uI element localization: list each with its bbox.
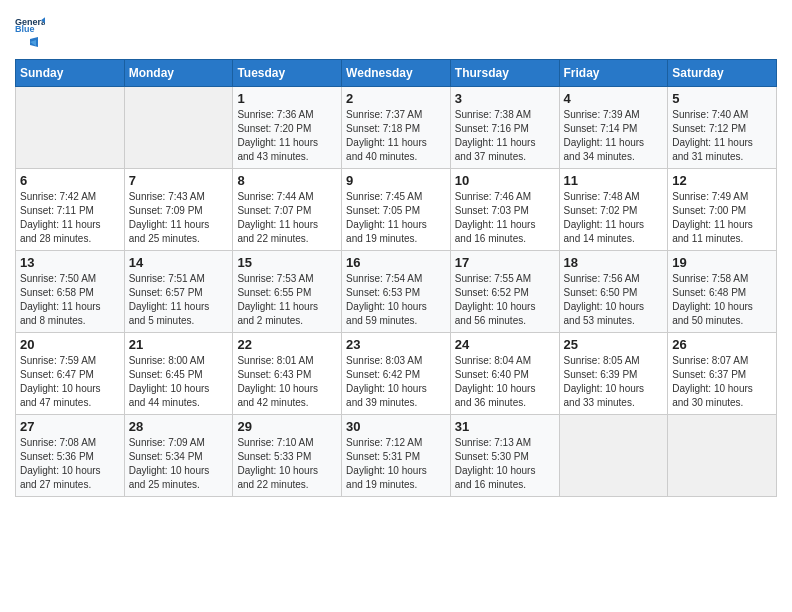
weekday-header-row: SundayMondayTuesdayWednesdayThursdayFrid… (16, 60, 777, 87)
day-number: 3 (455, 91, 555, 106)
day-number: 5 (672, 91, 772, 106)
day-info: Sunrise: 7:54 AM Sunset: 6:53 PM Dayligh… (346, 272, 446, 328)
day-info: Sunrise: 7:53 AM Sunset: 6:55 PM Dayligh… (237, 272, 337, 328)
day-number: 22 (237, 337, 337, 352)
calendar-cell: 12Sunrise: 7:49 AM Sunset: 7:00 PM Dayli… (668, 169, 777, 251)
day-info: Sunrise: 7:13 AM Sunset: 5:30 PM Dayligh… (455, 436, 555, 492)
day-number: 23 (346, 337, 446, 352)
calendar-cell: 31Sunrise: 7:13 AM Sunset: 5:30 PM Dayli… (450, 415, 559, 497)
calendar-cell: 23Sunrise: 8:03 AM Sunset: 6:42 PM Dayli… (342, 333, 451, 415)
calendar-cell: 11Sunrise: 7:48 AM Sunset: 7:02 PM Dayli… (559, 169, 668, 251)
day-number: 2 (346, 91, 446, 106)
day-number: 12 (672, 173, 772, 188)
calendar-cell: 1Sunrise: 7:36 AM Sunset: 7:20 PM Daylig… (233, 87, 342, 169)
calendar-cell: 28Sunrise: 7:09 AM Sunset: 5:34 PM Dayli… (124, 415, 233, 497)
calendar-cell: 20Sunrise: 7:59 AM Sunset: 6:47 PM Dayli… (16, 333, 125, 415)
day-number: 11 (564, 173, 664, 188)
day-info: Sunrise: 7:10 AM Sunset: 5:33 PM Dayligh… (237, 436, 337, 492)
weekday-header-saturday: Saturday (668, 60, 777, 87)
calendar-cell: 26Sunrise: 8:07 AM Sunset: 6:37 PM Dayli… (668, 333, 777, 415)
calendar-cell (124, 87, 233, 169)
page-header: General Blue (15, 15, 777, 49)
day-number: 7 (129, 173, 229, 188)
day-info: Sunrise: 7:56 AM Sunset: 6:50 PM Dayligh… (564, 272, 664, 328)
calendar-cell: 17Sunrise: 7:55 AM Sunset: 6:52 PM Dayli… (450, 251, 559, 333)
day-info: Sunrise: 8:01 AM Sunset: 6:43 PM Dayligh… (237, 354, 337, 410)
calendar-week-1: 1Sunrise: 7:36 AM Sunset: 7:20 PM Daylig… (16, 87, 777, 169)
calendar-cell: 27Sunrise: 7:08 AM Sunset: 5:36 PM Dayli… (16, 415, 125, 497)
day-number: 26 (672, 337, 772, 352)
day-info: Sunrise: 7:12 AM Sunset: 5:31 PM Dayligh… (346, 436, 446, 492)
svg-text:Blue: Blue (15, 24, 35, 34)
day-number: 29 (237, 419, 337, 434)
day-number: 13 (20, 255, 120, 270)
day-info: Sunrise: 7:46 AM Sunset: 7:03 PM Dayligh… (455, 190, 555, 246)
calendar-week-3: 13Sunrise: 7:50 AM Sunset: 6:58 PM Dayli… (16, 251, 777, 333)
calendar-cell: 29Sunrise: 7:10 AM Sunset: 5:33 PM Dayli… (233, 415, 342, 497)
day-number: 16 (346, 255, 446, 270)
calendar-cell: 22Sunrise: 8:01 AM Sunset: 6:43 PM Dayli… (233, 333, 342, 415)
weekday-header-sunday: Sunday (16, 60, 125, 87)
day-number: 9 (346, 173, 446, 188)
day-info: Sunrise: 7:36 AM Sunset: 7:20 PM Dayligh… (237, 108, 337, 164)
day-info: Sunrise: 7:55 AM Sunset: 6:52 PM Dayligh… (455, 272, 555, 328)
day-info: Sunrise: 7:59 AM Sunset: 6:47 PM Dayligh… (20, 354, 120, 410)
day-info: Sunrise: 7:49 AM Sunset: 7:00 PM Dayligh… (672, 190, 772, 246)
day-number: 14 (129, 255, 229, 270)
calendar-cell: 8Sunrise: 7:44 AM Sunset: 7:07 PM Daylig… (233, 169, 342, 251)
day-number: 28 (129, 419, 229, 434)
day-info: Sunrise: 8:04 AM Sunset: 6:40 PM Dayligh… (455, 354, 555, 410)
day-number: 10 (455, 173, 555, 188)
calendar-cell: 21Sunrise: 8:00 AM Sunset: 6:45 PM Dayli… (124, 333, 233, 415)
calendar-cell: 13Sunrise: 7:50 AM Sunset: 6:58 PM Dayli… (16, 251, 125, 333)
day-number: 31 (455, 419, 555, 434)
calendar-cell: 14Sunrise: 7:51 AM Sunset: 6:57 PM Dayli… (124, 251, 233, 333)
logo-bird-icon (16, 37, 38, 53)
calendar-week-5: 27Sunrise: 7:08 AM Sunset: 5:36 PM Dayli… (16, 415, 777, 497)
day-info: Sunrise: 7:58 AM Sunset: 6:48 PM Dayligh… (672, 272, 772, 328)
day-number: 20 (20, 337, 120, 352)
calendar-cell: 3Sunrise: 7:38 AM Sunset: 7:16 PM Daylig… (450, 87, 559, 169)
day-info: Sunrise: 7:42 AM Sunset: 7:11 PM Dayligh… (20, 190, 120, 246)
day-info: Sunrise: 8:07 AM Sunset: 6:37 PM Dayligh… (672, 354, 772, 410)
calendar-cell: 18Sunrise: 7:56 AM Sunset: 6:50 PM Dayli… (559, 251, 668, 333)
calendar-cell: 15Sunrise: 7:53 AM Sunset: 6:55 PM Dayli… (233, 251, 342, 333)
weekday-header-tuesday: Tuesday (233, 60, 342, 87)
calendar-cell (16, 87, 125, 169)
weekday-header-monday: Monday (124, 60, 233, 87)
calendar-cell: 10Sunrise: 7:46 AM Sunset: 7:03 PM Dayli… (450, 169, 559, 251)
calendar-cell: 4Sunrise: 7:39 AM Sunset: 7:14 PM Daylig… (559, 87, 668, 169)
day-number: 30 (346, 419, 446, 434)
day-number: 19 (672, 255, 772, 270)
calendar-cell: 2Sunrise: 7:37 AM Sunset: 7:18 PM Daylig… (342, 87, 451, 169)
day-number: 18 (564, 255, 664, 270)
day-number: 21 (129, 337, 229, 352)
day-number: 6 (20, 173, 120, 188)
day-info: Sunrise: 8:03 AM Sunset: 6:42 PM Dayligh… (346, 354, 446, 410)
day-number: 27 (20, 419, 120, 434)
day-info: Sunrise: 7:44 AM Sunset: 7:07 PM Dayligh… (237, 190, 337, 246)
day-info: Sunrise: 7:48 AM Sunset: 7:02 PM Dayligh… (564, 190, 664, 246)
day-number: 17 (455, 255, 555, 270)
day-number: 24 (455, 337, 555, 352)
day-info: Sunrise: 7:08 AM Sunset: 5:36 PM Dayligh… (20, 436, 120, 492)
day-number: 25 (564, 337, 664, 352)
calendar-week-2: 6Sunrise: 7:42 AM Sunset: 7:11 PM Daylig… (16, 169, 777, 251)
calendar-cell: 30Sunrise: 7:12 AM Sunset: 5:31 PM Dayli… (342, 415, 451, 497)
calendar-cell (668, 415, 777, 497)
calendar-cell: 5Sunrise: 7:40 AM Sunset: 7:12 PM Daylig… (668, 87, 777, 169)
calendar-cell (559, 415, 668, 497)
calendar-cell: 25Sunrise: 8:05 AM Sunset: 6:39 PM Dayli… (559, 333, 668, 415)
day-info: Sunrise: 8:05 AM Sunset: 6:39 PM Dayligh… (564, 354, 664, 410)
day-number: 4 (564, 91, 664, 106)
logo: General Blue (15, 15, 45, 49)
weekday-header-friday: Friday (559, 60, 668, 87)
day-info: Sunrise: 7:50 AM Sunset: 6:58 PM Dayligh… (20, 272, 120, 328)
calendar-cell: 24Sunrise: 8:04 AM Sunset: 6:40 PM Dayli… (450, 333, 559, 415)
day-info: Sunrise: 8:00 AM Sunset: 6:45 PM Dayligh… (129, 354, 229, 410)
day-number: 15 (237, 255, 337, 270)
day-info: Sunrise: 7:45 AM Sunset: 7:05 PM Dayligh… (346, 190, 446, 246)
calendar-table: SundayMondayTuesdayWednesdayThursdayFrid… (15, 59, 777, 497)
day-number: 8 (237, 173, 337, 188)
day-info: Sunrise: 7:37 AM Sunset: 7:18 PM Dayligh… (346, 108, 446, 164)
